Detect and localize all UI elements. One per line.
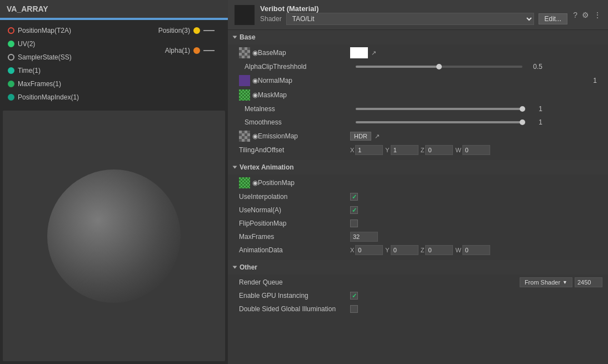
settings-icon[interactable]: ⚙ [582, 11, 589, 19]
useinterp-controls: ✓ [350, 193, 602, 201]
prop-renderqueue: Render Queue From Shader ▼ [228, 276, 608, 289]
node-time: Time(1) [6, 66, 81, 76]
posmap-label: ◉PositionMap [239, 177, 350, 188]
usenormal-check: ✓ [352, 207, 357, 214]
renderq-label: Render Queue [239, 278, 350, 286]
flip-checkbox[interactable] [350, 220, 358, 227]
animdata-w-label: W [455, 247, 461, 253]
sphere-preview [47, 169, 181, 303]
maxframes-input[interactable] [350, 232, 378, 242]
usenormal-checkbox[interactable]: ✓ [350, 206, 358, 214]
tiling-w-input[interactable] [462, 145, 490, 155]
node-samplerstate: SamplerState(SS) [6, 52, 81, 62]
tiling-x-input[interactable] [355, 145, 383, 155]
tiling-label: TilingAndOffset [239, 146, 350, 154]
prop-emissionmap: ◉EmissionMap HDR ↗ [228, 129, 608, 143]
animdata-z-label: Z [421, 247, 425, 253]
node-label-pos3: Position(3) [158, 27, 190, 34]
shader-select[interactable]: TAO/Lit [286, 13, 534, 25]
animdata-x-label: X [350, 247, 354, 253]
useinterp-checkbox[interactable]: ✓ [350, 193, 358, 201]
animdata-w-field: W [455, 245, 490, 255]
preview-area [3, 111, 225, 361]
tiling-z-label: Z [421, 147, 425, 153]
help-icon[interactable]: ? [573, 11, 577, 19]
connector-pos [203, 30, 215, 31]
prop-basemap: ◉BaseMap ↗ [228, 46, 608, 60]
usenormal-controls: ✓ [350, 206, 602, 214]
animdata-y-input[interactable] [391, 245, 418, 255]
shader-label: Shader [260, 15, 282, 23]
node-position3: Position(3) [156, 26, 217, 36]
section-label-vertex: Vertex Animation [240, 163, 294, 171]
animdata-controls: X Y Z W [350, 245, 602, 255]
animdata-xyzw: X Y Z W [350, 245, 602, 255]
connector-alpha [203, 50, 215, 51]
section-label-base: Base [240, 33, 256, 41]
prop-animdata: AnimationData X Y Z [228, 243, 608, 257]
flip-label: FlipPositionMap [239, 220, 350, 227]
collapse-triangle-vertex [233, 166, 237, 169]
section-header-other[interactable]: Other [228, 260, 608, 275]
metalness-slider[interactable] [356, 108, 522, 110]
alphaclip-slider[interactable] [356, 66, 522, 68]
edit-button[interactable]: Edit... [539, 13, 568, 24]
hdr-button[interactable]: HDR [350, 132, 371, 141]
renderq-dropdown[interactable]: From Shader ▼ [520, 277, 572, 287]
emissionmap-arrow[interactable]: ↗ [375, 133, 380, 140]
smoothness-slider-wrapper: 1 [356, 118, 545, 126]
metalness-thumb [520, 106, 525, 112]
dropdown-arrow: ▼ [562, 280, 567, 285]
prop-smoothness: Smoothness 1 [228, 116, 608, 129]
metalness-slider-wrapper: 1 [356, 105, 545, 113]
tiling-x-label: X [350, 147, 354, 153]
alphaclip-slider-wrapper: 0.5 [356, 63, 545, 71]
graph-nodes: PositionMap(T2A) UV(2) SamplerState(SS) … [0, 20, 228, 108]
section-content-other: Render Queue From Shader ▼ Enable GPU In… [228, 275, 608, 317]
material-info: Veribot (Material) Shader TAO/Lit Edit..… [260, 4, 567, 25]
xyzw-row: X Y Z W [350, 145, 602, 155]
section-vertex: Vertex Animation ◉PositionMap UseInterpo… [228, 160, 608, 260]
basemap-arrow[interactable]: ↗ [371, 49, 376, 57]
alphaclip-value: 0.5 [526, 63, 542, 71]
prop-metalness: Metalness 1 [228, 102, 608, 116]
normalmap-value: 1 [593, 77, 602, 84]
prop-usenormal: UseNormal(A) ✓ [228, 203, 608, 217]
right-panel: Veribot (Material) Shader TAO/Lit Edit..… [228, 0, 608, 364]
tiling-z-input[interactable] [425, 145, 453, 155]
useinterp-check: ✓ [352, 193, 357, 201]
basemap-color[interactable] [350, 47, 368, 58]
doublesided-label: Double Sided Global Illumination [239, 305, 350, 313]
emissionmap-label: ◉EmissionMap [239, 131, 350, 142]
section-header-base[interactable]: Base [228, 30, 608, 44]
node-uv: UV(2) [6, 39, 81, 49]
right-node-column: Position(3) Alpha(1) [156, 26, 222, 102]
normalmap-controls: 1 [350, 77, 602, 84]
node-dot-red [8, 27, 14, 34]
gpu-checkbox[interactable]: ✓ [350, 292, 358, 300]
out-dot-orange [193, 47, 200, 54]
animdata-x-input[interactable] [355, 245, 383, 255]
prop-maxframes: MaxFrames [228, 230, 608, 243]
node-label-time: Time(1) [18, 67, 41, 74]
smoothness-thumb [520, 119, 525, 125]
section-base: Base ◉BaseMap ↗ AlphaClipThreshhold [228, 30, 608, 160]
tiling-x-field: X [350, 145, 383, 155]
node-maxframes: MaxFrames(1) [6, 79, 81, 89]
section-label-other: Other [240, 263, 257, 271]
node-dot-cyan2 [8, 94, 14, 101]
smoothness-slider[interactable] [356, 121, 522, 123]
animdata-w-input[interactable] [462, 245, 490, 255]
section-header-vertex[interactable]: Vertex Animation [228, 160, 608, 174]
node-label-sampler: SamplerState(SS) [18, 53, 72, 61]
doublesided-checkbox[interactable] [350, 305, 358, 313]
basemap-icon [239, 47, 250, 58]
renderq-value[interactable] [575, 277, 602, 287]
node-label-positionmap: PositionMap(T2A) [18, 27, 71, 34]
flip-controls [350, 220, 602, 227]
overflow-icon[interactable]: ⋮ [594, 11, 601, 19]
node-dot-green2 [8, 81, 14, 87]
prop-doublesided: Double Sided Global Illumination [228, 302, 608, 316]
tiling-y-input[interactable] [391, 145, 418, 155]
animdata-z-input[interactable] [425, 245, 453, 255]
